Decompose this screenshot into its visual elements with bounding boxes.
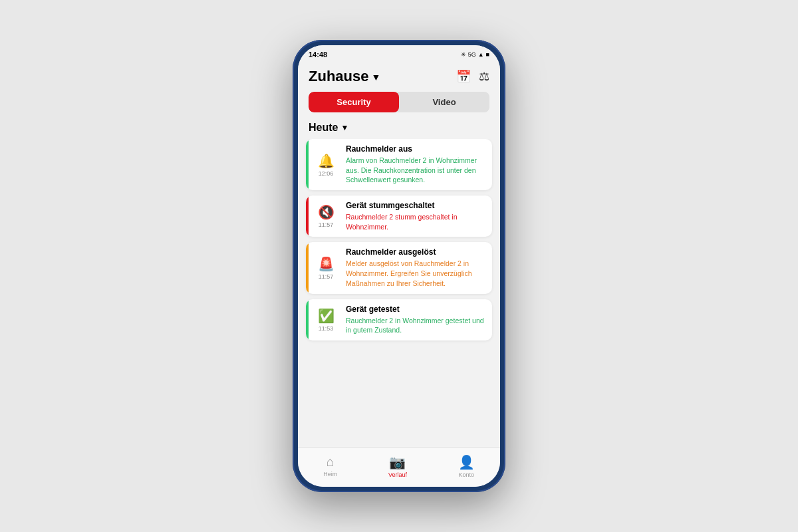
event-card-ausgeloest[interactable]: 🚨 11:57 Rauchmelder ausgelöst Melder aus… bbox=[306, 242, 492, 293]
event-desc-3: Melder ausgelöst von Rauchmelder 2 in Wo… bbox=[346, 259, 485, 288]
check-icon: ✅ bbox=[318, 308, 334, 324]
nav-label-verlauf: Verlauf bbox=[388, 471, 407, 478]
event-desc-2: Rauchmelder 2 stumm geschaltet in Wohnzi… bbox=[346, 212, 485, 231]
status-bar: 14:48 ✳ 5G ▲ ■ bbox=[298, 45, 500, 64]
event-card-getestet[interactable]: ✅ 11:53 Gerät getestet Rauchmelder 2 in … bbox=[306, 299, 492, 340]
event-time-4: 11:53 bbox=[319, 325, 334, 332]
event-body-3: Rauchmelder ausgelöst Melder ausgelöst v… bbox=[343, 242, 492, 293]
nav-item-konto[interactable]: 👤 Konto bbox=[458, 454, 475, 478]
bottom-navigation: ⌂ Heim 📷 Verlauf 👤 Konto bbox=[298, 447, 500, 487]
bell-icon: 🔔 bbox=[318, 153, 334, 169]
home-icon: ⌂ bbox=[327, 454, 334, 469]
event-time-2: 11:57 bbox=[319, 221, 334, 228]
event-body-4: Gerät getestet Rauchmelder 2 in Wohnzimm… bbox=[343, 299, 492, 340]
history-icon: 📷 bbox=[389, 454, 406, 470]
location-title: Zuhause bbox=[309, 68, 368, 85]
section-header[interactable]: Heute ▼ bbox=[298, 119, 500, 139]
mute-icon: 🔇 bbox=[318, 204, 334, 220]
tab-bar: Security Video bbox=[309, 92, 489, 112]
event-title-1: Rauchmelder aus bbox=[346, 144, 485, 154]
nav-label-heim: Heim bbox=[323, 471, 337, 477]
event-body-1: Rauchmelder aus Alarm von Rauchmelder 2 … bbox=[343, 139, 492, 190]
section-label: Heute bbox=[309, 122, 338, 134]
event-icon-col-4: ✅ 11:53 bbox=[309, 299, 343, 340]
event-icon-col-2: 🔇 11:57 bbox=[309, 196, 343, 237]
phone-device: 14:48 ✳ 5G ▲ ■ Zuhause ▼ 📅 ⚖ Security bbox=[293, 40, 505, 492]
event-card-stummgeschaltet[interactable]: 🔇 11:57 Gerät stummgeschaltet Rauchmelde… bbox=[306, 196, 492, 237]
location-selector[interactable]: Zuhause ▼ bbox=[309, 68, 380, 85]
header-actions: 📅 ⚖ bbox=[456, 69, 489, 84]
calendar-icon[interactable]: 📅 bbox=[456, 69, 471, 84]
alarm-icon: 🚨 bbox=[318, 256, 334, 272]
event-desc-4: Rauchmelder 2 in Wohnzimmer getestet und… bbox=[346, 316, 485, 335]
tab-security[interactable]: Security bbox=[309, 92, 399, 112]
event-desc-1: Alarm von Rauchmelder 2 in Wohnzimmer au… bbox=[346, 156, 485, 185]
app-header: Zuhause ▼ 📅 ⚖ bbox=[298, 64, 500, 92]
event-body-2: Gerät stummgeschaltet Rauchmelder 2 stum… bbox=[343, 196, 492, 237]
nav-item-verlauf[interactable]: 📷 Verlauf bbox=[388, 454, 407, 478]
event-time-1: 12:06 bbox=[319, 170, 334, 177]
status-time: 14:48 bbox=[309, 51, 327, 59]
location-dropdown-arrow: ▼ bbox=[371, 72, 380, 82]
status-icons: ✳ 5G ▲ ■ bbox=[461, 51, 489, 58]
nav-label-konto: Konto bbox=[458, 471, 474, 478]
event-card-rauchmelder-aus[interactable]: 🔔 12:06 Rauchmelder aus Alarm von Rauchm… bbox=[306, 139, 492, 190]
account-icon: 👤 bbox=[458, 454, 475, 470]
event-icon-col-3: 🚨 11:57 bbox=[309, 242, 343, 293]
event-icon-col-1: 🔔 12:06 bbox=[309, 139, 343, 190]
event-title-4: Gerät getestet bbox=[346, 305, 485, 314]
filter-icon[interactable]: ⚖ bbox=[479, 69, 489, 84]
phone-screen: 14:48 ✳ 5G ▲ ■ Zuhause ▼ 📅 ⚖ Security bbox=[298, 45, 500, 487]
event-time-3: 11:57 bbox=[319, 273, 334, 280]
event-list: 🔔 12:06 Rauchmelder aus Alarm von Rauchm… bbox=[298, 139, 500, 447]
nav-item-heim[interactable]: ⌂ Heim bbox=[323, 454, 337, 477]
event-title-3: Rauchmelder ausgelöst bbox=[346, 247, 485, 257]
event-title-2: Gerät stummgeschaltet bbox=[346, 201, 485, 210]
tab-video[interactable]: Video bbox=[399, 92, 489, 112]
section-arrow: ▼ bbox=[340, 123, 348, 132]
